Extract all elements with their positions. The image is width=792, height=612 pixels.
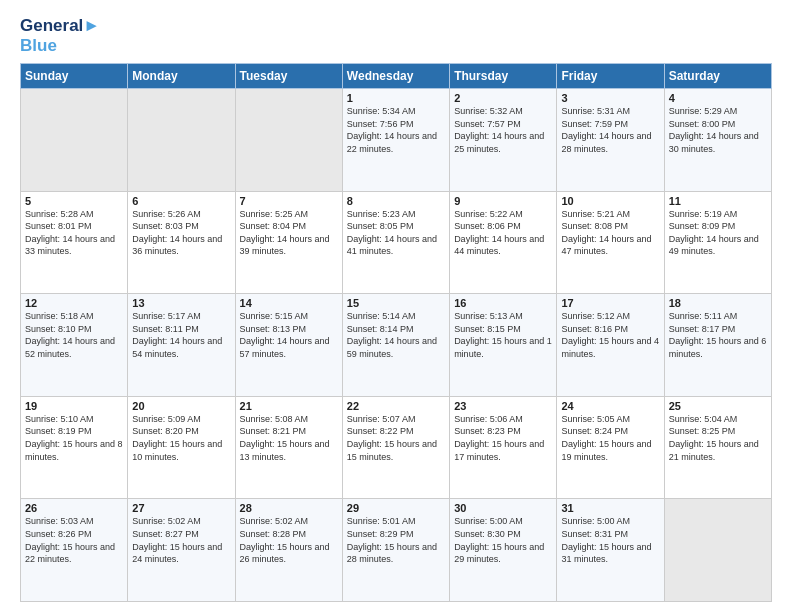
day-info: Sunrise: 5:13 AM Sunset: 8:15 PM Dayligh…: [454, 310, 552, 360]
page: General► Blue SundayMondayTuesdayWednesd…: [0, 0, 792, 612]
weekday-header-sunday: Sunday: [21, 64, 128, 89]
day-info: Sunrise: 5:06 AM Sunset: 8:23 PM Dayligh…: [454, 413, 552, 463]
calendar-cell: 30 Sunrise: 5:00 AM Sunset: 8:30 PM Dayl…: [450, 499, 557, 602]
day-number: 31: [561, 502, 659, 514]
day-number: 28: [240, 502, 338, 514]
logo-line2: Blue: [20, 36, 100, 56]
day-number: 16: [454, 297, 552, 309]
day-number: 22: [347, 400, 445, 412]
day-number: 3: [561, 92, 659, 104]
day-info: Sunrise: 5:15 AM Sunset: 8:13 PM Dayligh…: [240, 310, 338, 360]
logo: General► Blue: [20, 16, 100, 55]
day-number: 29: [347, 502, 445, 514]
day-number: 11: [669, 195, 767, 207]
day-number: 8: [347, 195, 445, 207]
day-number: 21: [240, 400, 338, 412]
calendar-cell: 7 Sunrise: 5:25 AM Sunset: 8:04 PM Dayli…: [235, 191, 342, 294]
calendar-cell: 17 Sunrise: 5:12 AM Sunset: 8:16 PM Dayl…: [557, 294, 664, 397]
day-number: 5: [25, 195, 123, 207]
day-info: Sunrise: 5:00 AM Sunset: 8:31 PM Dayligh…: [561, 515, 659, 565]
day-number: 25: [669, 400, 767, 412]
calendar-cell: 23 Sunrise: 5:06 AM Sunset: 8:23 PM Dayl…: [450, 396, 557, 499]
header: General► Blue: [20, 16, 772, 55]
day-info: Sunrise: 5:32 AM Sunset: 7:57 PM Dayligh…: [454, 105, 552, 155]
day-number: 17: [561, 297, 659, 309]
day-info: Sunrise: 5:11 AM Sunset: 8:17 PM Dayligh…: [669, 310, 767, 360]
day-number: 14: [240, 297, 338, 309]
day-number: 27: [132, 502, 230, 514]
day-info: Sunrise: 5:28 AM Sunset: 8:01 PM Dayligh…: [25, 208, 123, 258]
calendar-cell: 5 Sunrise: 5:28 AM Sunset: 8:01 PM Dayli…: [21, 191, 128, 294]
day-info: Sunrise: 5:07 AM Sunset: 8:22 PM Dayligh…: [347, 413, 445, 463]
day-info: Sunrise: 5:00 AM Sunset: 8:30 PM Dayligh…: [454, 515, 552, 565]
day-info: Sunrise: 5:08 AM Sunset: 8:21 PM Dayligh…: [240, 413, 338, 463]
day-number: 7: [240, 195, 338, 207]
calendar-cell: 4 Sunrise: 5:29 AM Sunset: 8:00 PM Dayli…: [664, 89, 771, 192]
day-number: 20: [132, 400, 230, 412]
weekday-header-row: SundayMondayTuesdayWednesdayThursdayFrid…: [21, 64, 772, 89]
calendar-cell: 11 Sunrise: 5:19 AM Sunset: 8:09 PM Dayl…: [664, 191, 771, 294]
calendar-week-row: 5 Sunrise: 5:28 AM Sunset: 8:01 PM Dayli…: [21, 191, 772, 294]
day-info: Sunrise: 5:21 AM Sunset: 8:08 PM Dayligh…: [561, 208, 659, 258]
day-info: Sunrise: 5:12 AM Sunset: 8:16 PM Dayligh…: [561, 310, 659, 360]
day-info: Sunrise: 5:18 AM Sunset: 8:10 PM Dayligh…: [25, 310, 123, 360]
calendar-cell: 29 Sunrise: 5:01 AM Sunset: 8:29 PM Dayl…: [342, 499, 449, 602]
day-number: 12: [25, 297, 123, 309]
calendar-cell: 21 Sunrise: 5:08 AM Sunset: 8:21 PM Dayl…: [235, 396, 342, 499]
calendar-table: SundayMondayTuesdayWednesdayThursdayFrid…: [20, 63, 772, 602]
day-number: 19: [25, 400, 123, 412]
day-info: Sunrise: 5:02 AM Sunset: 8:27 PM Dayligh…: [132, 515, 230, 565]
calendar-cell: 15 Sunrise: 5:14 AM Sunset: 8:14 PM Dayl…: [342, 294, 449, 397]
calendar-cell: 9 Sunrise: 5:22 AM Sunset: 8:06 PM Dayli…: [450, 191, 557, 294]
weekday-header-saturday: Saturday: [664, 64, 771, 89]
day-info: Sunrise: 5:34 AM Sunset: 7:56 PM Dayligh…: [347, 105, 445, 155]
day-number: 30: [454, 502, 552, 514]
weekday-header-thursday: Thursday: [450, 64, 557, 89]
day-info: Sunrise: 5:22 AM Sunset: 8:06 PM Dayligh…: [454, 208, 552, 258]
day-number: 1: [347, 92, 445, 104]
day-info: Sunrise: 5:10 AM Sunset: 8:19 PM Dayligh…: [25, 413, 123, 463]
day-number: 4: [669, 92, 767, 104]
calendar-cell: 16 Sunrise: 5:13 AM Sunset: 8:15 PM Dayl…: [450, 294, 557, 397]
day-number: 26: [25, 502, 123, 514]
calendar-cell: 12 Sunrise: 5:18 AM Sunset: 8:10 PM Dayl…: [21, 294, 128, 397]
calendar-week-row: 26 Sunrise: 5:03 AM Sunset: 8:26 PM Dayl…: [21, 499, 772, 602]
calendar-cell: 14 Sunrise: 5:15 AM Sunset: 8:13 PM Dayl…: [235, 294, 342, 397]
day-number: 9: [454, 195, 552, 207]
day-number: 13: [132, 297, 230, 309]
calendar-cell: 20 Sunrise: 5:09 AM Sunset: 8:20 PM Dayl…: [128, 396, 235, 499]
calendar-cell: [128, 89, 235, 192]
calendar-cell: 24 Sunrise: 5:05 AM Sunset: 8:24 PM Dayl…: [557, 396, 664, 499]
calendar-cell: 25 Sunrise: 5:04 AM Sunset: 8:25 PM Dayl…: [664, 396, 771, 499]
day-info: Sunrise: 5:29 AM Sunset: 8:00 PM Dayligh…: [669, 105, 767, 155]
day-info: Sunrise: 5:19 AM Sunset: 8:09 PM Dayligh…: [669, 208, 767, 258]
calendar-cell: [664, 499, 771, 602]
calendar-cell: 31 Sunrise: 5:00 AM Sunset: 8:31 PM Dayl…: [557, 499, 664, 602]
calendar-cell: [21, 89, 128, 192]
day-number: 18: [669, 297, 767, 309]
day-number: 15: [347, 297, 445, 309]
day-number: 23: [454, 400, 552, 412]
calendar-week-row: 19 Sunrise: 5:10 AM Sunset: 8:19 PM Dayl…: [21, 396, 772, 499]
calendar-cell: 10 Sunrise: 5:21 AM Sunset: 8:08 PM Dayl…: [557, 191, 664, 294]
calendar-week-row: 12 Sunrise: 5:18 AM Sunset: 8:10 PM Dayl…: [21, 294, 772, 397]
calendar-cell: 28 Sunrise: 5:02 AM Sunset: 8:28 PM Dayl…: [235, 499, 342, 602]
weekday-header-friday: Friday: [557, 64, 664, 89]
calendar-week-row: 1 Sunrise: 5:34 AM Sunset: 7:56 PM Dayli…: [21, 89, 772, 192]
day-info: Sunrise: 5:01 AM Sunset: 8:29 PM Dayligh…: [347, 515, 445, 565]
day-info: Sunrise: 5:05 AM Sunset: 8:24 PM Dayligh…: [561, 413, 659, 463]
calendar-cell: [235, 89, 342, 192]
day-info: Sunrise: 5:17 AM Sunset: 8:11 PM Dayligh…: [132, 310, 230, 360]
calendar-cell: 18 Sunrise: 5:11 AM Sunset: 8:17 PM Dayl…: [664, 294, 771, 397]
day-number: 10: [561, 195, 659, 207]
day-info: Sunrise: 5:23 AM Sunset: 8:05 PM Dayligh…: [347, 208, 445, 258]
weekday-header-monday: Monday: [128, 64, 235, 89]
day-number: 6: [132, 195, 230, 207]
day-number: 2: [454, 92, 552, 104]
day-info: Sunrise: 5:31 AM Sunset: 7:59 PM Dayligh…: [561, 105, 659, 155]
day-info: Sunrise: 5:26 AM Sunset: 8:03 PM Dayligh…: [132, 208, 230, 258]
calendar-cell: 1 Sunrise: 5:34 AM Sunset: 7:56 PM Dayli…: [342, 89, 449, 192]
calendar-cell: 27 Sunrise: 5:02 AM Sunset: 8:27 PM Dayl…: [128, 499, 235, 602]
calendar-cell: 8 Sunrise: 5:23 AM Sunset: 8:05 PM Dayli…: [342, 191, 449, 294]
day-info: Sunrise: 5:04 AM Sunset: 8:25 PM Dayligh…: [669, 413, 767, 463]
